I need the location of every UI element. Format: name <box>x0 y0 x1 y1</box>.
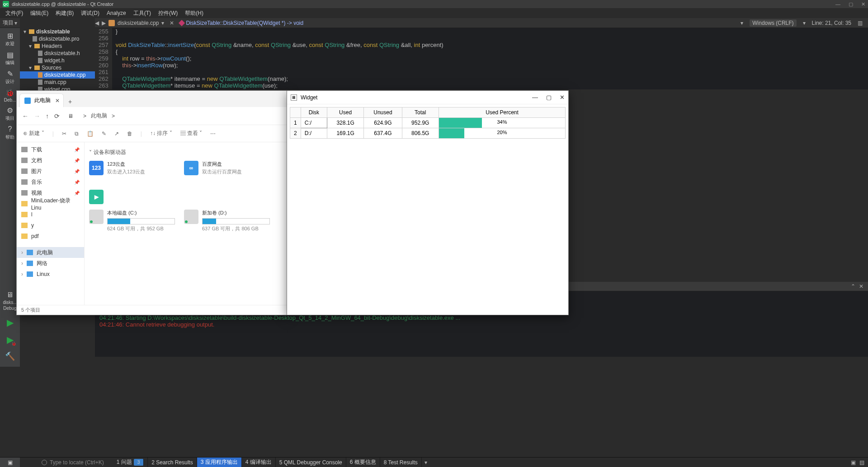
cut-icon[interactable]: ✂ <box>62 131 66 137</box>
nav-fwd-icon[interactable]: ▶ <box>102 20 106 26</box>
tree-file[interactable]: widget.h <box>44 57 65 64</box>
chevron-down-icon[interactable]: ▾ <box>741 20 743 26</box>
menu-item[interactable]: 文件(F) <box>2 9 27 17</box>
breadcrumb[interactable]: > 此电脑 > <box>83 112 115 120</box>
close-output-panel-icon[interactable]: ▤ <box>859 459 864 466</box>
nav-back-icon[interactable]: ◀ <box>95 20 99 26</box>
close-button[interactable]: ✕ <box>560 94 565 101</box>
new-tab-button[interactable]: + <box>64 96 76 107</box>
cell-disk[interactable]: C:/ <box>301 118 327 128</box>
symbol-crumb[interactable]: DiskSizeTable::DiskSizeTable(QWidget *) … <box>179 20 303 26</box>
sidebar-item[interactable]: ›此电脑 <box>17 247 84 258</box>
menu-item[interactable]: 编辑(E) <box>27 9 52 17</box>
build-button[interactable]: 🔨 <box>1 350 19 363</box>
sidebar-item[interactable]: l <box>17 209 84 220</box>
cloud-drive-item[interactable]: ∞百度网盘双击运行百度网盘 <box>184 161 270 175</box>
nav-back-icon[interactable]: ← <box>22 112 28 120</box>
chevron-down-icon[interactable]: ▾ <box>425 459 427 466</box>
run-button[interactable]: ▶ <box>1 315 19 330</box>
sidebar-item[interactable]: MiniLoader-烧录Linu <box>17 198 84 209</box>
new-button[interactable]: ⊕ 新建 ˅ <box>23 130 44 137</box>
copy-icon[interactable]: ⧉ <box>75 131 79 137</box>
menu-item[interactable]: 工具(T) <box>130 9 155 17</box>
more-icon[interactable]: ⋯ <box>210 131 216 137</box>
qt-maximize-button[interactable]: ▢ <box>849 1 853 7</box>
output-tab[interactable]: 4 编译输出 <box>242 458 276 467</box>
explorer-tab[interactable]: 此电脑 ✕ <box>19 93 64 107</box>
minimize-button[interactable]: — <box>532 94 538 101</box>
mode-欢迎[interactable]: ⊞欢迎 <box>1 30 19 49</box>
paste-icon[interactable]: 📋 <box>87 131 94 137</box>
chevron-down-icon[interactable]: ▾ <box>14 20 17 26</box>
close-doc-button[interactable]: ✕ <box>167 20 177 26</box>
output-tab[interactable]: 1 问题 3 <box>113 458 148 467</box>
refresh-icon[interactable]: ⟳ <box>54 112 60 120</box>
disk-drive-item[interactable]: 新加卷 (D:)637 GB 可用，共 806 GB <box>184 210 270 232</box>
chevron-down-icon[interactable]: ▾ <box>803 20 806 26</box>
menu-item[interactable]: 构建(B) <box>52 9 77 17</box>
toggle-sidebar-icon[interactable]: ▣ <box>0 458 20 467</box>
sidebar-item[interactable]: 下载📌 <box>17 144 84 155</box>
share-icon[interactable]: ↗ <box>114 131 119 137</box>
menu-item[interactable]: 调试(D) <box>77 9 103 17</box>
tree-file-active[interactable]: disksizetable.cpp <box>44 72 85 78</box>
sidebar-item[interactable]: 图片📌 <box>17 166 84 177</box>
mode-编辑[interactable]: ▤编辑 <box>1 49 19 68</box>
cloud-drive-item[interactable]: 123123云盘双击进入123云盘 <box>89 161 175 175</box>
rename-icon[interactable]: ✎ <box>102 131 106 137</box>
chevron-down-icon[interactable]: ˅ <box>89 149 92 156</box>
project-combo-label[interactable]: 项目 <box>3 19 14 27</box>
tree-file[interactable]: disksizetable.h <box>44 50 80 56</box>
table-header[interactable]: Total <box>402 107 439 118</box>
tree-file[interactable]: main.cpp <box>44 79 66 85</box>
menu-item[interactable]: 控件(W) <box>155 9 181 17</box>
sidebar-item[interactable]: 文档📌 <box>17 155 84 166</box>
qt-minimize-button[interactable]: — <box>835 1 840 7</box>
output-tab[interactable]: 3 应用程序输出 <box>197 458 242 467</box>
collapse-up-icon[interactable]: ⌃ <box>851 283 855 290</box>
table-header[interactable]: Disk <box>301 107 327 118</box>
chevron-down-icon[interactable]: ▾ <box>161 20 164 26</box>
split-editor-icon[interactable]: ▥ <box>858 20 863 26</box>
cell-disk[interactable]: D:/ <box>301 128 327 139</box>
sidebar-item[interactable]: ›Linux <box>17 269 84 280</box>
sidebar-item[interactable]: 音乐📌 <box>17 177 84 187</box>
maximize-button[interactable]: ▢ <box>546 94 552 101</box>
sidebar-item[interactable]: y <box>17 220 84 231</box>
sort-button[interactable]: ↑↓ 排序 ˅ <box>150 130 172 137</box>
table-row[interactable]: 1C:/328.1G624.9G952.9G34% <box>290 118 566 128</box>
nav-fwd-icon[interactable]: → <box>34 112 40 120</box>
close-output-icon[interactable]: ✕ <box>859 283 863 290</box>
table-header[interactable]: Used Percent <box>439 107 566 118</box>
debug-button[interactable]: ▶🐞 <box>1 332 19 347</box>
table-row[interactable]: 2D:/169.1G637.4G806.5G20% <box>290 128 566 139</box>
toggle-right-sidebar-icon[interactable]: ▣ <box>851 459 856 466</box>
disk-table[interactable]: DiskUsedUnusedTotalUsed Percent 1C:/328.… <box>290 107 566 139</box>
code-editor[interactable]: 255256257258259260261262263264265 }void … <box>95 28 868 89</box>
output-tab[interactable]: 2 Search Results <box>148 458 197 467</box>
menu-item[interactable]: 帮助(H) <box>181 9 207 17</box>
close-tab-icon[interactable]: ✕ <box>55 98 60 104</box>
tree-root[interactable]: disksizetable <box>36 28 70 35</box>
output-tab[interactable]: 6 概要信息 <box>346 458 380 467</box>
sidebar-item[interactable]: ›网络 <box>17 258 84 269</box>
cloud-drive-item[interactable]: ▶ <box>89 190 175 204</box>
tree-headers[interactable]: Headers <box>42 43 62 49</box>
output-tab[interactable]: 5 QML Debugger Console <box>276 458 346 467</box>
locator-input[interactable]: Type to locate (Ctrl+K) <box>50 459 104 466</box>
mode-设计[interactable]: ✎设计 <box>1 68 19 87</box>
nav-up-icon[interactable]: ↑ <box>46 112 49 120</box>
menu-item[interactable]: Analyze <box>103 10 130 16</box>
output-tab[interactable]: 8 Test Results <box>380 458 422 467</box>
qt-close-button[interactable]: ✕ <box>861 1 865 7</box>
tree-sources[interactable]: Sources <box>42 65 61 71</box>
view-button[interactable]: ▤ 查看 ˅ <box>180 130 203 137</box>
sidebar-item[interactable]: pdf <box>17 231 84 242</box>
table-header[interactable]: Used <box>327 107 363 118</box>
disk-drive-item[interactable]: 本地磁盘 (C:)624 GB 可用，共 952 GB <box>89 210 175 232</box>
table-header[interactable]: Unused <box>364 107 402 118</box>
open-file-name[interactable]: disksizetable.cpp <box>118 20 159 26</box>
tree-pro-file[interactable]: disksizetable.pro <box>39 36 79 42</box>
line-ending-selector[interactable]: Windows (CRLF) <box>750 19 796 27</box>
delete-icon[interactable]: 🗑 <box>127 131 132 137</box>
